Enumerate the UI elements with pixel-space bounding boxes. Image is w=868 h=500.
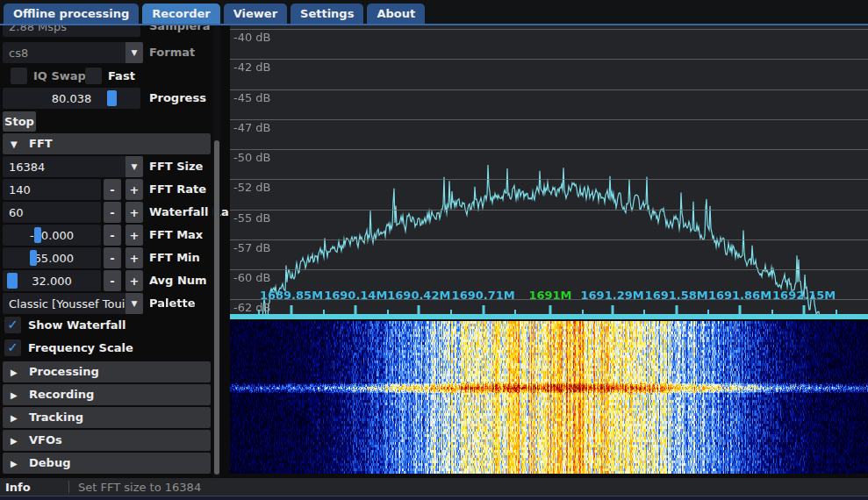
waterfall-rate-decrement-button[interactable]: - [104,202,121,223]
db-gridline [230,210,868,211]
waterfall-display[interactable] [230,321,868,474]
avg-num-value: 32.000 [32,275,72,288]
tab-about[interactable]: About [367,4,425,24]
avg-num-decrement-button[interactable]: - [104,270,121,291]
status-category: Info [0,481,68,494]
scrollbar-thumb[interactable] [214,140,219,475]
db-axis-label: -62 dB [233,301,271,314]
center-frequency-label: 1691M [528,289,571,302]
waterfall-rate-row: 60 - + Waterfall Ra [0,202,230,223]
tab-settings[interactable]: Settings [291,4,363,24]
frequency-scale-baseline [230,314,868,319]
fft-min-slider-grab[interactable] [30,250,37,266]
frequency-major-tick [549,305,551,314]
db-gridline [230,179,868,180]
format-value: cs8 [3,46,28,60]
db-gridline [230,59,868,60]
fft-rate-row: 140 - + FFT Rate [0,179,230,200]
iq-swap-checkbox[interactable] [11,68,27,84]
frequency-axis-label: 1691.86M [708,289,771,302]
fft-max-decrement-button[interactable]: - [104,225,121,246]
fast-checkbox[interactable] [85,68,102,84]
palette-value: Classic [Youssef Touil [3,297,126,311]
sidebar-scrollbar[interactable] [213,25,220,478]
tab-viewer[interactable]: Viewer [224,4,287,24]
spectrum-trace-canvas[interactable] [230,25,868,314]
waterfall-rate-input[interactable]: 60 [3,202,101,223]
db-axis-label: -50 dB [233,151,271,164]
fft-min-slider[interactable]: -65.000 [3,247,101,268]
avg-num-slider[interactable]: 32.000 [3,270,101,291]
frequency-major-tick [611,305,613,314]
db-gridline [230,149,868,150]
section-title: Tracking [29,411,83,424]
status-bar: Info Set FFT size to 16384 [0,478,868,496]
section-title: Debug [29,456,70,469]
show-waterfall-checkbox[interactable]: ✓ [4,317,21,333]
section-header-processing[interactable]: ▶Processing [3,361,211,382]
avg-num-slider-grab[interactable] [7,273,18,289]
progress-slider-grab[interactable] [107,90,117,106]
fft-size-label: FFT Size [149,156,203,177]
db-axis-label: -42 dB [233,61,271,74]
progress-slider[interactable]: 80.038 [3,88,140,109]
frequency-axis-label: 1690.71M [452,289,515,302]
fft-rate-value: 140 [3,183,31,196]
format-combo[interactable]: cs8 ▼ [3,42,143,63]
chevron-down-icon[interactable]: ▼ [126,293,143,314]
stop-button[interactable]: Stop [3,111,36,132]
section-header-debug[interactable]: ▶Debug [3,453,211,474]
fft-max-slider-grab[interactable] [34,227,41,243]
section-title: Processing [29,365,99,378]
frequency-major-tick [739,305,742,314]
avg-num-row: 32.000 - + Avg Num [0,270,230,291]
triangle-right-icon: ▶ [11,362,21,383]
show-waterfall-label: Show Waterfall [28,317,126,333]
fft-max-label: FFT Max [149,225,203,246]
fft-max-slider[interactable]: -40.000 [3,225,101,246]
frequency-axis-label: 1692.15M [772,289,836,302]
fft-rate-decrement-button[interactable]: - [104,179,121,200]
db-axis-label: -57 dB [233,241,271,254]
palette-row: Classic [Youssef Touil ▼ Palette [0,293,230,314]
triangle-right-icon: ▶ [11,408,21,429]
triangle-right-icon: ▶ [11,385,21,406]
sdr-app-window: 2.88 Msps Samplerate cs8 ▼ Format IQ Swa… [0,0,868,500]
avg-num-increment-button[interactable]: + [126,270,143,291]
section-header-recording[interactable]: ▶Recording [3,384,211,405]
check-icon: ✓ [7,341,18,354]
fft-size-combo[interactable]: 16384 ▼ [3,156,143,177]
db-gridline [230,29,868,30]
fast-label: Fast [108,68,135,84]
chevron-down-icon[interactable]: ▼ [126,156,143,177]
fft-section-header[interactable]: ▼FFT [3,133,211,154]
sidebar: 2.88 Msps Samplerate cs8 ▼ Format IQ Swa… [0,0,230,478]
triangle-right-icon: ▶ [11,454,21,475]
fft-rate-input[interactable]: 140 [3,179,101,200]
frequency-major-tick [482,305,484,314]
section-title: Recording [29,388,94,401]
fft-rate-increment-button[interactable]: + [126,179,143,200]
frequency-major-tick [675,305,678,314]
palette-label: Palette [149,293,195,314]
palette-combo[interactable]: Classic [Youssef Touil ▼ [3,293,143,314]
frequency-axis-label: 1691.58M [645,289,708,302]
section-header-tracking[interactable]: ▶Tracking [3,407,211,428]
frequency-scale-checkbox[interactable]: ✓ [4,339,21,356]
waterfall-rate-increment-button[interactable]: + [126,202,143,223]
fft-spectrum-plot[interactable]: -40 dB-42 dB-45 dB-47 dB-50 dB-52 dB-55 … [230,25,868,314]
progress-value: 80.038 [52,92,92,105]
tab-recorder[interactable]: Recorder [142,4,219,24]
progress-label: Progress [149,88,206,109]
fft-section-header-row: ▼FFT [0,133,230,154]
tab-offline-processing[interactable]: Offline processing [4,4,139,24]
section-header-vfos[interactable]: ▶VFOs [3,430,211,451]
chevron-down-icon[interactable]: ▼ [126,42,143,63]
fft-min-decrement-button[interactable]: - [104,247,121,268]
fft-min-increment-button[interactable]: + [126,247,143,268]
fft-max-increment-button[interactable]: + [126,225,143,246]
frequency-major-tick [418,305,420,314]
frequency-major-tick [803,305,806,314]
window-bottom-edge [0,496,868,500]
fft-size-value: 16384 [3,161,45,174]
